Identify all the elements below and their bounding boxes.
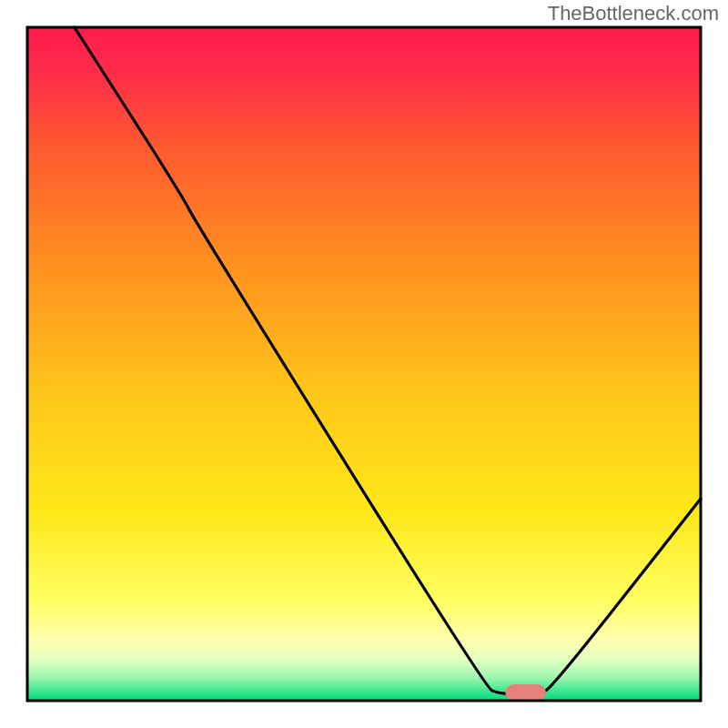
optimal-marker	[505, 684, 545, 701]
chart-svg	[0, 0, 728, 728]
gradient-background	[27, 27, 701, 701]
watermark-text: TheBottleneck.com	[548, 2, 719, 25]
bottleneck-chart: TheBottleneck.com	[0, 0, 728, 728]
